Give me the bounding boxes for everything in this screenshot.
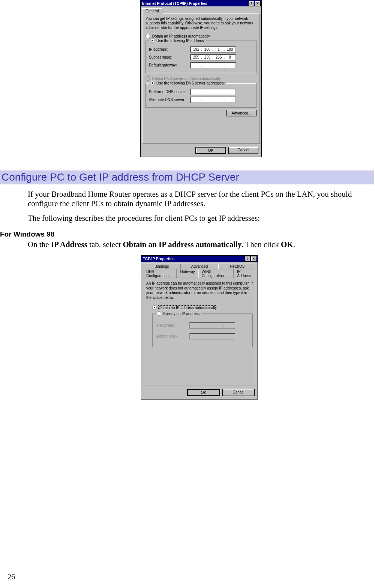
group-use-dns: Use the following DNS server addresses: … (146, 83, 256, 108)
group-use-ip: Use the following IP address: IP address… (146, 41, 256, 73)
input-default-gateway[interactable]: . . . (190, 62, 236, 68)
tab-gateway[interactable]: Gateway (177, 269, 198, 278)
label-preferred-dns: Preferred DNS server: (149, 90, 190, 94)
intro-text: You can get IP settings assigned automat… (146, 17, 256, 30)
input-ip-address: . . . (189, 322, 235, 329)
window-title: Internet Protocol (TCP/IP) Properties (141, 2, 248, 6)
ok-button[interactable]: OK (187, 389, 220, 396)
tab-bindings[interactable]: Bindings (143, 264, 181, 269)
radio-obtain-ip-label: Obtain an IP address automatically (159, 306, 217, 310)
radio-use-ip-label: Use the following IP address: (156, 39, 205, 43)
tab-advanced[interactable]: Advanced (181, 264, 219, 269)
dialog-internet-protocol-properties: Internet Protocol (TCP/IP) Properties ? … (140, 0, 262, 157)
dialog-tcpip-properties: TCP/IP Properties ? ✕ Bindings Advanced … (141, 255, 258, 400)
subheading-windows-98: For Windows 98 (0, 230, 374, 238)
radio-obtain-ip[interactable]: Obtain an IP address automatically (152, 305, 253, 310)
radio-obtain-ip[interactable]: Obtain an IP address automatically (146, 34, 256, 38)
radio-specify-ip[interactable] (157, 311, 161, 316)
radio-use-dns[interactable] (150, 81, 154, 85)
label-default-gateway: Default gateway: (149, 63, 190, 67)
tab-wins-configuration[interactable]: WINS Configuration (198, 269, 234, 278)
tab-general[interactable]: General (142, 8, 162, 14)
window-title: TCP/IP Properties (142, 257, 244, 261)
advanced-button[interactable]: Advanced... (226, 110, 256, 116)
titlebar[interactable]: Internet Protocol (TCP/IP) Properties ? … (141, 0, 261, 6)
section-heading: Configure PC to Get IP address from DHCP… (0, 170, 374, 184)
radio-obtain-dns: Obtain DNS server address automatically (146, 76, 256, 81)
instruction-windows-98: On the IP Address tab, select Obtain an … (28, 240, 374, 249)
tab-ip-address[interactable]: IP Address (234, 269, 256, 278)
radio-use-dns-label: Use the following DNS server addresses: (156, 81, 225, 85)
tab-netbios[interactable]: NetBIOS (218, 264, 256, 269)
label-alternate-dns: Alternate DNS server: (149, 98, 190, 102)
label-subnet-mask: Subnet Mask: (156, 334, 189, 338)
paragraph-intro-1: If your Broadband Home Router operates a… (28, 190, 365, 208)
label-ip-address: IP address: (149, 47, 190, 51)
radio-use-ip[interactable] (150, 38, 154, 43)
cancel-button[interactable]: Cancel (222, 389, 255, 396)
paragraph-intro-2: The following describes the procedures f… (28, 214, 365, 223)
radio-obtain-dns-label: Obtain DNS server address automatically (152, 77, 220, 81)
page-number: 26 (8, 573, 15, 581)
close-icon[interactable]: ✕ (255, 1, 261, 6)
ok-button[interactable]: OK (195, 147, 226, 154)
input-subnet-mask: . . . (189, 333, 235, 339)
intro-text: An IP address can be automatically assig… (146, 281, 253, 300)
input-preferred-dns[interactable]: . . . (190, 89, 236, 95)
label-subnet-mask: Subnet mask: (149, 55, 190, 59)
radio-obtain-ip-label: Obtain an IP address automatically (152, 34, 210, 38)
panel-general: You can get IP settings assigned automat… (142, 13, 260, 144)
label-ip-address: IP Address: (156, 323, 189, 327)
input-subnet-mask[interactable]: 255. 255. 255. 0 (190, 54, 236, 60)
cancel-button[interactable]: Cancel (228, 147, 258, 154)
close-icon[interactable]: ✕ (251, 256, 257, 262)
input-ip-address[interactable]: 192. 168. 1. 100 (190, 46, 236, 53)
radio-specify-ip-label: Specify an IP address: (163, 312, 201, 316)
help-icon[interactable]: ? (244, 256, 250, 262)
input-alternate-dns[interactable]: . . . (190, 96, 236, 103)
tab-dns-configuration[interactable]: DNS Configuration (143, 269, 177, 278)
titlebar[interactable]: TCP/IP Properties ? ✕ (141, 256, 258, 262)
panel-ip-address: An IP address can be automatically assig… (143, 278, 256, 386)
group-specify-ip: Specify an IP address: IP Address: . . .… (152, 314, 253, 347)
help-icon[interactable]: ? (248, 1, 254, 6)
